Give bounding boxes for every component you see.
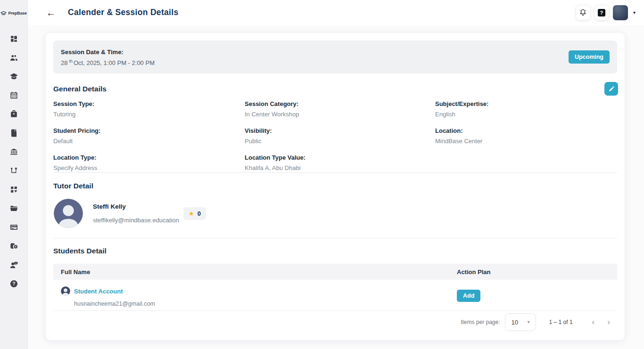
sidebar-item-book[interactable]	[4, 123, 23, 142]
folder-icon	[9, 204, 18, 213]
student-name-link[interactable]: Student Account	[74, 288, 123, 295]
sidebar-item-folder[interactable]	[4, 199, 23, 218]
session-ordinal: th	[69, 59, 73, 64]
calendar-session-details-page: PrepBase ? ← Calender & Session Details	[0, 0, 644, 349]
sidebar: PrepBase ?	[0, 0, 28, 349]
next-page-button[interactable]: ›	[607, 318, 611, 326]
field-label: Student Pricing:	[53, 127, 245, 134]
sidebar-item-credit-card[interactable]	[4, 218, 23, 236]
pencil-icon	[608, 86, 615, 92]
flow-icon	[9, 166, 18, 175]
field-value: Khalifa A, Abu Dhabi	[245, 164, 435, 171]
sidebar-item-bank[interactable]	[4, 142, 23, 161]
pagination: Items per page: 10 ▼ 1 – 1 of 1 ‹ ›	[461, 312, 611, 333]
section-divider	[53, 172, 617, 173]
book-icon	[9, 129, 18, 138]
field-label: Location:	[435, 127, 595, 134]
tutor-info: Steffi Kelly steffikelly@mindbase.educat…	[93, 203, 177, 224]
students-detail-heading: Students Detail	[53, 247, 107, 255]
box-icon	[9, 110, 18, 119]
rating-value: 0	[198, 210, 201, 217]
calendar-icon	[9, 91, 18, 100]
general-details-heading: General Details	[53, 85, 107, 93]
rating-badge: ★ 0	[183, 207, 206, 220]
help-icon: ?	[598, 9, 605, 16]
field-value: MindBase Center	[435, 138, 595, 145]
sidebar-item-users[interactable]	[4, 48, 23, 67]
student-avatar	[61, 286, 70, 296]
sidebar-item-grid[interactable]	[4, 29, 23, 48]
sidebar-item-flow[interactable]	[4, 161, 23, 180]
coins-icon	[9, 242, 18, 251]
prepbase-logo-icon	[0, 10, 7, 16]
field-value: Default	[53, 138, 245, 145]
top-header: ← Calender & Session Details ? ▾	[28, 0, 644, 25]
field-label: Location Type Value:	[245, 154, 435, 161]
general-details-grid: Session Type: Tutoring Session Category:…	[53, 100, 595, 171]
svg-text:?: ?	[12, 281, 15, 286]
chevron-down-icon: ▼	[527, 320, 531, 325]
sidebar-item-coins[interactable]	[4, 236, 23, 255]
sidebar-nav: ?	[4, 29, 23, 293]
student-email: husnaincheema21@gmail.com	[74, 300, 457, 307]
grid-caret-icon	[9, 185, 18, 194]
sidebar-item-grid-caret[interactable]	[4, 180, 23, 199]
field-location-type: Location Type: Specify Address	[53, 154, 245, 171]
field-label: Session Category:	[245, 100, 435, 107]
field-location: Location: MindBase Center	[435, 127, 595, 145]
question-icon: ?	[9, 279, 18, 288]
user-chat-icon	[9, 260, 18, 269]
column-full-name: Full Name	[53, 268, 457, 276]
status-badge: Upcoming	[569, 50, 610, 64]
field-label: Visibility:	[245, 127, 435, 134]
sidebar-item-calendar[interactable]	[4, 86, 23, 105]
tutor-avatar	[54, 199, 83, 228]
tutor-email: steffikelly@mindbase.education	[93, 217, 177, 224]
edit-button[interactable]	[604, 82, 618, 96]
session-datetime-label: Session Date & Time:	[61, 49, 610, 56]
field-location-type-value: Location Type Value: Khalifa A, Abu Dhab…	[245, 154, 435, 171]
page-size-value: 10	[512, 319, 527, 326]
field-student-pricing: Student Pricing: Default	[53, 127, 245, 145]
column-action-plan: Action Plan	[457, 268, 617, 276]
session-day: 28	[61, 59, 67, 66]
person-silhouette-icon	[54, 199, 83, 228]
field-visibility: Visibility: Public	[245, 127, 435, 145]
notifications-button[interactable]	[576, 6, 590, 20]
page-title: Calender & Session Details	[68, 8, 178, 17]
star-icon: ★	[189, 210, 194, 217]
field-value: Public	[245, 138, 435, 145]
back-button[interactable]: ←	[46, 8, 56, 17]
page-range-label: 1 – 1 of 1	[549, 319, 573, 325]
sidebar-item-box[interactable]	[4, 105, 23, 123]
field-session-type: Session Type: Tutoring	[53, 100, 245, 118]
session-datetime-value: 28thOct, 2025, 1:00 PM - 2:00 PM	[61, 59, 610, 66]
bell-icon	[579, 8, 587, 16]
brand-logo[interactable]: PrepBase	[0, 1, 26, 25]
field-label: Subject/Expertise:	[435, 100, 595, 107]
field-label: Session Type:	[53, 100, 245, 107]
bank-icon	[9, 147, 18, 156]
previous-page-button[interactable]: ‹	[592, 318, 595, 326]
sidebar-item-graduation[interactable]	[4, 67, 23, 86]
sidebar-item-user-chat[interactable]	[4, 255, 23, 274]
brand-name: PrepBase	[8, 11, 26, 16]
page-size-select[interactable]: 10 ▼	[505, 313, 536, 331]
users-icon	[9, 53, 18, 62]
field-value: English	[435, 111, 595, 118]
field-session-category: Session Category: In Center Workshop	[245, 100, 435, 118]
sidebar-item-help[interactable]: ?	[4, 274, 23, 293]
add-action-plan-button[interactable]: Add	[457, 290, 480, 302]
tutor-detail-heading: Tutor Detail	[53, 182, 93, 190]
student-cell: Student Account husnaincheema21@gmail.co…	[53, 280, 457, 310]
credit-card-icon	[9, 223, 18, 232]
person-silhouette-icon	[61, 286, 70, 296]
user-avatar[interactable]	[613, 5, 628, 20]
help-button[interactable]: ?	[594, 6, 609, 20]
chevron-down-icon[interactable]: ▾	[633, 10, 636, 15]
field-subject-expertise: Subject/Expertise: English	[435, 100, 595, 118]
graduation-cap-icon	[9, 72, 18, 81]
field-value: In Center Workshop	[245, 111, 435, 118]
field-value: Specify Address	[53, 164, 245, 171]
session-date-rest: Oct, 2025, 1:00 PM - 2:00 PM	[74, 59, 155, 66]
